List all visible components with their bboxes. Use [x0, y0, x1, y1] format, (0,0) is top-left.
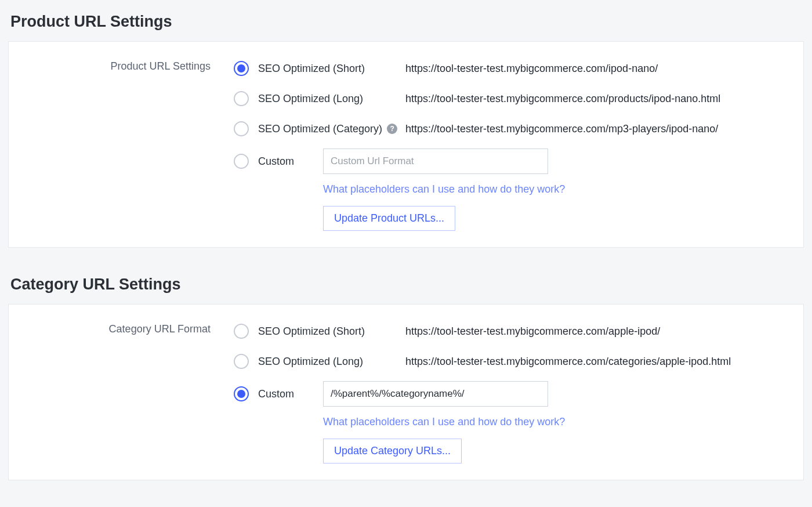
product-option-long-example: https://tool-tester-test.mybigcommerce.c… [405, 93, 720, 105]
update-product-urls-button[interactable]: Update Product URLs... [323, 206, 455, 231]
radio-short[interactable] [234, 61, 249, 76]
product-option-category-label: SEO Optimized (Category) ? [258, 123, 405, 135]
radio-custom[interactable] [234, 154, 249, 169]
product-option-category-example: https://tool-tester-test.mybigcommerce.c… [405, 123, 718, 135]
category-option-long-label: SEO Optimized (Long) [258, 356, 405, 368]
product-option-short-label: SEO Optimized (Short) [258, 63, 405, 75]
product-option-custom[interactable]: Custom [234, 149, 787, 174]
product-option-custom-label: Custom [258, 155, 323, 168]
category-option-custom-label: Custom [258, 388, 323, 400]
radio-long[interactable] [234, 354, 249, 369]
radio-long[interactable] [234, 91, 249, 106]
category-option-short-label: SEO Optimized (Short) [258, 325, 405, 338]
product-option-long[interactable]: SEO Optimized (Long) https://tool-tester… [234, 88, 787, 109]
category-option-long[interactable]: SEO Optimized (Long) https://tool-tester… [234, 351, 787, 372]
product-url-field-label: Product URL Settings [25, 58, 234, 73]
category-option-short[interactable]: SEO Optimized (Short) https://tool-teste… [234, 321, 787, 342]
help-icon[interactable]: ? [387, 124, 397, 134]
product-option-long-label: SEO Optimized (Long) [258, 93, 405, 105]
category-url-settings-title: Category URL Settings [10, 276, 804, 294]
product-custom-url-input[interactable] [323, 149, 548, 174]
category-option-custom[interactable]: Custom [234, 381, 787, 407]
product-url-settings-title: Product URL Settings [10, 13, 804, 31]
product-option-short-example: https://tool-tester-test.mybigcommerce.c… [405, 63, 658, 75]
update-category-urls-button[interactable]: Update Category URLs... [323, 439, 462, 463]
radio-category[interactable] [234, 121, 249, 136]
category-option-short-example: https://tool-tester-test.mybigcommerce.c… [405, 325, 660, 338]
category-custom-url-input[interactable] [323, 381, 548, 407]
product-placeholders-help-link[interactable]: What placeholders can I use and how do t… [323, 183, 787, 195]
radio-custom[interactable] [234, 386, 249, 401]
category-url-settings-panel: Category URL Format SEO Optimized (Short… [8, 304, 804, 480]
product-option-short[interactable]: SEO Optimized (Short) https://tool-teste… [234, 58, 787, 79]
category-placeholders-help-link[interactable]: What placeholders can I use and how do t… [323, 416, 787, 428]
product-option-category-label-text: SEO Optimized (Category) [258, 123, 382, 135]
radio-short[interactable] [234, 324, 249, 339]
product-option-category[interactable]: SEO Optimized (Category) ? https://tool-… [234, 118, 787, 139]
product-url-settings-panel: Product URL Settings SEO Optimized (Shor… [8, 41, 804, 248]
category-option-long-example: https://tool-tester-test.mybigcommerce.c… [405, 356, 731, 368]
category-url-field-label: Category URL Format [25, 321, 234, 335]
